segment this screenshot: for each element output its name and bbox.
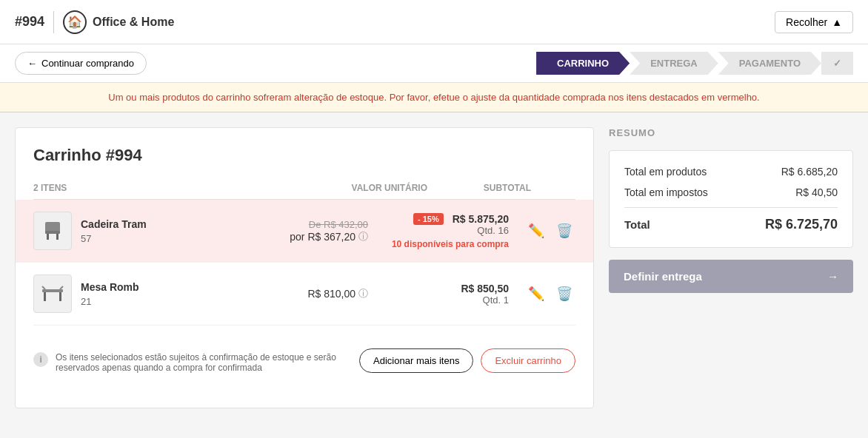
define-delivery-label: Definir entrega [624, 270, 702, 283]
note-icon: i [33, 352, 48, 367]
summary-title: RESUMO [609, 127, 853, 138]
delete-item-0-button[interactable]: 🗑️ [553, 220, 575, 242]
item-1-image [33, 274, 72, 313]
item-1-unit-price: R$ 810,00 ⓘ [220, 287, 368, 300]
item-0-image [33, 212, 72, 250]
steps-nav: CARRINHO ENTREGA PAGAMENTO ✓ [536, 52, 853, 75]
item-0-qty: 57 [81, 233, 220, 244]
item-0-unit-price: De R$ 432,00 por R$ 367,20 ⓘ [220, 219, 368, 243]
arrow-left-icon: ← [27, 58, 37, 69]
add-items-button[interactable]: Adicionar mais itens [359, 348, 473, 373]
recolher-button[interactable]: Recolher ▲ [775, 11, 853, 33]
item-0-price-row: por R$ 367,20 ⓘ [220, 230, 368, 243]
footer-note: i Os itens selecionados estão sujeitos à… [33, 340, 359, 373]
logo-icon: 🏠 [63, 10, 87, 34]
step-carrinho[interactable]: CARRINHO [536, 52, 630, 75]
cart-section: Carrinho #994 2 ITENS VALOR UNITÁRIO SUB… [15, 127, 594, 408]
summary-row-taxes: Total em impostos R$ 40,50 [624, 186, 838, 198]
table-svg-icon [39, 280, 66, 307]
cart-item-1: Mesa Romb 21 R$ 810,00 ⓘ R$ 850,50 Qtd. … [33, 263, 575, 326]
header-left: #994 🏠 Office & Home [15, 10, 174, 34]
summary-row-products: Total em produtos R$ 6.685,20 [624, 166, 838, 178]
cart-title: Carrinho #994 [33, 146, 575, 165]
header-divider [53, 11, 54, 33]
step-pagamento[interactable]: PAGAMENTO [718, 52, 821, 75]
summary-row-total: Total R$ 6.725,70 [624, 217, 838, 232]
summary-divider [624, 207, 838, 208]
recolher-label: Recolher [786, 16, 827, 28]
svg-line-7 [42, 286, 45, 289]
delete-item-1-button[interactable]: 🗑️ [553, 283, 575, 305]
item-1-price-current: R$ 810,00 [307, 288, 355, 300]
item-1-subtotal-value: R$ 850,50 [368, 283, 509, 294]
edit-item-0-button[interactable]: ✏️ [525, 220, 547, 242]
item-0-subtotal-value: R$ 5.875,20 [453, 213, 509, 225]
delete-cart-label: Excluir carrinho [495, 355, 561, 366]
summary-products-value: R$ 6.685,20 [781, 166, 838, 178]
item-0-stock-warning: 10 disponíveis para compra [368, 239, 509, 249]
item-1-price-row: R$ 810,00 ⓘ [220, 287, 368, 300]
item-0-name: Cadeira Tram [81, 218, 220, 230]
brand-name: Office & Home [93, 16, 174, 29]
add-items-label: Adicionar mais itens [373, 355, 459, 366]
arrow-right-icon: → [827, 270, 838, 283]
summary-taxes-label: Total em impostos [624, 186, 708, 198]
svg-rect-0 [45, 222, 60, 232]
svg-line-8 [60, 286, 63, 289]
item-0-subtotal-qty: Qtd. 16 [368, 225, 509, 236]
edit-item-1-button[interactable]: ✏️ [525, 283, 547, 305]
info-icon-1[interactable]: ⓘ [358, 287, 368, 300]
summary-products-label: Total em produtos [624, 166, 707, 178]
note-text: Os itens selecionados estão sujeitos à c… [56, 352, 359, 373]
summary-card: Total em produtos R$ 6.685,20 Total em i… [609, 150, 853, 248]
continue-label: Continuar comprando [41, 58, 134, 69]
item-1-subtotal: R$ 850,50 Qtd. 1 [368, 283, 516, 306]
info-icon-0[interactable]: ⓘ [358, 230, 368, 243]
main-content: Carrinho #994 2 ITENS VALOR UNITÁRIO SUB… [0, 112, 868, 423]
header-logo: 🏠 Office & Home [63, 10, 174, 34]
svg-rect-4 [42, 289, 63, 292]
step-check: ✓ [821, 52, 853, 75]
cart-headers: 2 ITENS VALOR UNITÁRIO SUBTOTAL [33, 177, 575, 200]
discount-badge-0: - 15% [413, 213, 444, 225]
step-pagamento-label: PAGAMENTO [739, 58, 801, 69]
summary-total-value: R$ 6.725,70 [765, 217, 838, 232]
item-0-subtotal: - 15% R$ 5.875,20 Qtd. 16 10 disponíveis… [368, 213, 516, 249]
item-1-info: Mesa Romb 21 [81, 281, 220, 307]
step-entrega[interactable]: ENTREGA [630, 52, 718, 75]
alert-message: Um ou mais produtos do carrinho sofreram… [108, 92, 759, 103]
alert-banner: Um ou mais produtos do carrinho sofreram… [0, 83, 868, 112]
svg-rect-5 [44, 292, 46, 301]
cart-footer: i Os itens selecionados estão sujeitos à… [33, 340, 575, 373]
cart-id: #994 [15, 14, 44, 30]
define-delivery-button[interactable]: Definir entrega → [609, 260, 853, 293]
cart-item-0: Cadeira Tram 57 De R$ 432,00 por R$ 367,… [16, 200, 593, 263]
svg-rect-3 [45, 231, 60, 234]
item-1-name: Mesa Romb [81, 281, 220, 293]
step-carrinho-label: CARRINHO [557, 58, 609, 69]
svg-rect-6 [59, 292, 61, 301]
col-subtotal-header: SUBTOTAL [427, 183, 575, 193]
item-1-qty: 21 [81, 296, 220, 307]
col-unit-price-header: VALOR UNITÁRIO [279, 183, 427, 193]
item-0-price-current: por R$ 367,20 [290, 231, 355, 243]
item-0-info: Cadeira Tram 57 [81, 218, 220, 244]
summary-taxes-value: R$ 40,50 [795, 186, 838, 198]
continue-shopping-button[interactable]: ← Continuar comprando [15, 52, 147, 75]
delete-cart-button[interactable]: Excluir carrinho [481, 348, 575, 373]
summary-section: RESUMO Total em produtos R$ 6.685,20 Tot… [609, 127, 853, 408]
header: #994 🏠 Office & Home Recolher ▲ [0, 0, 868, 44]
nav-bar: ← Continuar comprando CARRINHO ENTREGA P… [0, 44, 868, 83]
check-icon: ✓ [833, 58, 841, 69]
step-entrega-label: ENTREGA [650, 58, 698, 69]
item-0-actions: ✏️ 🗑️ [525, 220, 575, 242]
item-1-subtotal-qty: Qtd. 1 [368, 294, 509, 306]
item-1-actions: ✏️ 🗑️ [525, 283, 575, 305]
item-0-price-original: De R$ 432,00 [220, 219, 368, 230]
chair-svg-icon [39, 218, 66, 244]
col-product-header: 2 ITENS [33, 183, 279, 193]
footer-actions: Adicionar mais itens Excluir carrinho [359, 348, 575, 373]
summary-total-label: Total [624, 218, 650, 231]
chevron-up-icon: ▲ [832, 16, 842, 28]
